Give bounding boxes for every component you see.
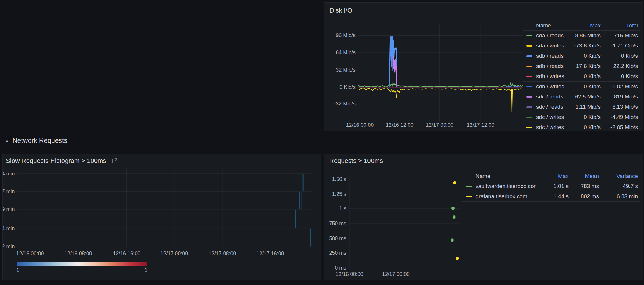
series-color-pill bbox=[526, 66, 532, 67]
axis-tick-label: 1.50 s bbox=[332, 176, 346, 182]
axis-tick-label: 750 ms bbox=[329, 221, 346, 226]
color-scale-max-label: 1 bbox=[137, 267, 147, 273]
axis-tick-label: 12/16 00:00 bbox=[16, 251, 44, 256]
axis-tick-label: 12/16 00:00 bbox=[336, 271, 363, 277]
legend-name-cell: sdb / reads bbox=[526, 63, 566, 69]
series-color-pill bbox=[526, 106, 532, 108]
series-color-pill bbox=[526, 86, 532, 87]
legend-column-header-max[interactable]: Max bbox=[536, 173, 569, 180]
legend-row[interactable]: sdb / writes0 Kib/s-1.02 Mib/s bbox=[523, 81, 640, 92]
legend-row[interactable]: sda / writes-73.8 Kib/s-1.71 Gib/s bbox=[523, 41, 640, 51]
legend-header-row: NameMaxMeanVariance bbox=[462, 172, 640, 181]
series-name[interactable]: sdb / writes bbox=[536, 73, 564, 80]
legend-value-total: -1.71 Gib/s bbox=[601, 43, 638, 49]
legend-value-mean: 802 ms bbox=[569, 193, 599, 200]
legend-value-max: 0 Kib/s bbox=[566, 83, 601, 90]
panel-requests: Requests > 100ms 1.50 s1.25 s1 s750 ms50… bbox=[324, 154, 643, 280]
legend-name-cell: sdc / reads bbox=[526, 104, 566, 110]
slow-requests-panel-title[interactable]: Slow Requests Histogram > 100ms bbox=[6, 157, 118, 165]
legend-value-max: 0 Kib/s bbox=[566, 114, 601, 120]
legend-value-variance: 49.7 s bbox=[599, 183, 638, 189]
legend-value-max: 8.85 Mib/s bbox=[566, 32, 601, 39]
axis-tick-label: 17 min bbox=[3, 189, 15, 194]
series-name[interactable]: sda / writes bbox=[536, 43, 564, 49]
grafana-dashboard: Disk I/O 96 Mib/s64 Mib/s32 Mib/s0 Kib/s… bbox=[0, 0, 644, 285]
legend-column-header-variance[interactable]: Variance bbox=[599, 173, 638, 180]
heatmap-cell bbox=[302, 192, 302, 209]
series-color-pill bbox=[526, 117, 532, 118]
disk-io-title-text: Disk I/O bbox=[330, 7, 352, 14]
legend-value-max: 62.5 Mib/s bbox=[566, 94, 601, 100]
series-name[interactable]: sdc / reads bbox=[536, 94, 563, 100]
heatmap-cell bbox=[303, 174, 304, 191]
legend-row[interactable]: sdc / reads62.5 Mib/s819 Mib/s bbox=[523, 92, 640, 102]
series-name[interactable]: sda / reads bbox=[536, 32, 564, 39]
axis-tick-label: 12/17 12:00 bbox=[467, 122, 495, 128]
axis-tick-label: 12/16 08:00 bbox=[64, 251, 92, 256]
scatter-point bbox=[453, 181, 456, 184]
legend-row[interactable]: sdc / writes0 Kib/s-2.05 Mib/s bbox=[523, 122, 640, 131]
legend-column-header-name[interactable]: Name bbox=[526, 22, 566, 29]
scatter-point bbox=[451, 238, 454, 242]
axis-tick-label: 34 min bbox=[3, 171, 15, 177]
legend-row[interactable]: grafana.tiserbox.com1.44 s802 ms6.83 min bbox=[462, 191, 640, 201]
series-name[interactable]: sdb / reads bbox=[536, 53, 564, 59]
legend-row[interactable]: sdc / writes0 Kib/s-4.49 Mib/s bbox=[523, 112, 640, 122]
series-name[interactable]: grafana.tiserbox.com bbox=[476, 193, 527, 200]
legend-value-mean: 783 ms bbox=[569, 183, 599, 189]
legend-name-cell: grafana.tiserbox.com bbox=[466, 193, 536, 200]
legend-column-header-mean[interactable]: Mean bbox=[569, 173, 599, 180]
series-color-pill bbox=[526, 45, 532, 47]
section-row-network-requests[interactable]: Network Requests bbox=[4, 137, 67, 145]
series-color-pill bbox=[466, 186, 472, 187]
external-link-icon[interactable] bbox=[111, 157, 118, 164]
axis-tick-label: 12/17 00:00 bbox=[382, 271, 410, 277]
series-name[interactable]: vaultwarden.tiserbox.com bbox=[476, 183, 536, 189]
legend-column-header-total[interactable]: Total bbox=[601, 22, 638, 29]
series-name[interactable]: sdc / writes bbox=[536, 114, 564, 120]
legend-value-max: 1.44 s bbox=[536, 193, 569, 200]
legend-name-cell: sdb / reads bbox=[526, 53, 566, 59]
legend-row[interactable]: sda / reads8.85 Mib/s715 Mib/s bbox=[523, 30, 640, 41]
legend-name-cell: sdc / reads bbox=[526, 94, 566, 100]
axis-tick-label: 12/17 16:00 bbox=[256, 251, 284, 256]
legend-value-max: 0 Kib/s bbox=[566, 73, 601, 80]
series-name[interactable]: sdb / writes bbox=[536, 83, 564, 90]
section-title: Network Requests bbox=[13, 137, 67, 145]
series-name[interactable]: sdb / reads bbox=[536, 63, 564, 69]
legend-value-max: 0 Kib/s bbox=[566, 53, 601, 59]
legend-name-cell: sdc / writes bbox=[526, 114, 566, 120]
slow-requests-title-text: Slow Requests Histogram > 100ms bbox=[6, 157, 106, 165]
axis-tick-label: 0 ms bbox=[335, 265, 346, 271]
axis-tick-label: 9 min bbox=[3, 206, 15, 212]
axis-tick-label: 1.25 s bbox=[332, 191, 346, 197]
axis-tick-label: 96 Mib/s bbox=[336, 32, 356, 38]
heatmap-cell bbox=[295, 210, 296, 228]
series-color-pill bbox=[526, 35, 532, 36]
series-color-pill bbox=[526, 127, 532, 128]
legend-value-variance: 6.83 min bbox=[599, 193, 638, 200]
series-name[interactable]: sdc / reads bbox=[536, 104, 563, 110]
series-name[interactable]: sdc / writes bbox=[536, 124, 564, 131]
heatmap-color-scale bbox=[17, 262, 147, 266]
requests-panel-title[interactable]: Requests > 100ms bbox=[329, 157, 383, 165]
legend-row[interactable]: vaultwarden.tiserbox.com1.01 s783 ms49.7… bbox=[462, 181, 640, 191]
legend-row[interactable]: sdc / reads1.11 Mib/s6.13 Mib/s bbox=[523, 102, 640, 112]
legend-row[interactable]: sdb / writes0 Kib/s0 Kib/s bbox=[523, 71, 640, 81]
axis-tick-label: 500 ms bbox=[329, 235, 346, 241]
legend-name-cell: sdb / writes bbox=[526, 73, 566, 80]
legend-value-total: 715 Mib/s bbox=[601, 32, 638, 39]
legend-row[interactable]: sdb / reads17.6 Kib/s22.2 Kib/s bbox=[523, 61, 640, 71]
legend-name-cell: sdc / writes bbox=[526, 124, 566, 131]
scatter-point bbox=[453, 215, 456, 219]
legend-column-header-max[interactable]: Max bbox=[566, 22, 601, 29]
legend-row[interactable]: sdb / reads0 Kib/s0 Kib/s bbox=[523, 51, 640, 61]
slow-requests-heatmap-chart[interactable]: 34 min17 min9 min4 min2 min12/16 00:0012… bbox=[3, 154, 321, 280]
chevron-down-icon bbox=[4, 138, 10, 144]
disk-io-panel-title[interactable]: Disk I/O bbox=[330, 7, 352, 14]
legend-value-max: 17.6 Kib/s bbox=[566, 63, 601, 69]
panel-slow-requests-histogram: Slow Requests Histogram > 100ms 34 min17… bbox=[2, 154, 321, 280]
legend-column-header-name[interactable]: Name bbox=[466, 173, 536, 180]
legend-name-cell: sdb / writes bbox=[526, 83, 566, 90]
heatmap-cell bbox=[310, 229, 311, 247]
